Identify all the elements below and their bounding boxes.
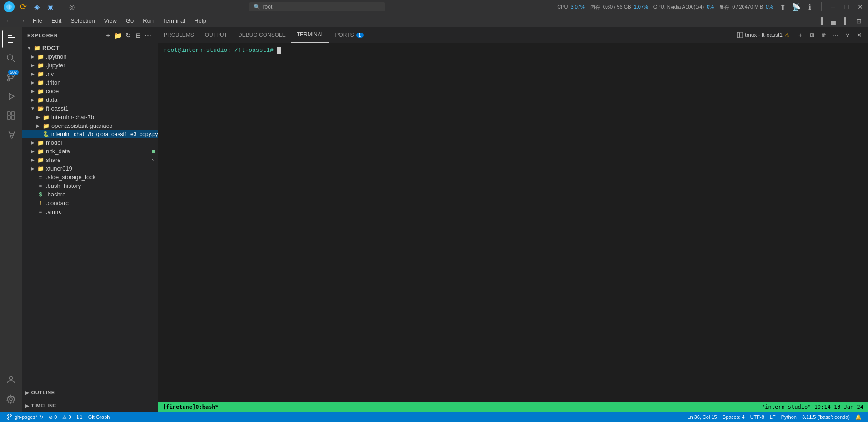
menu-edit[interactable]: Edit	[48, 16, 65, 25]
tmux-left: [finetune]0:bash*	[158, 402, 223, 412]
status-ln-col[interactable]: Ln 36, Col 15	[684, 414, 719, 420]
triton-label: .triton	[46, 79, 158, 86]
activity-settings[interactable]	[2, 390, 20, 408]
svg-rect-16	[11, 116, 15, 119]
status-warnings[interactable]: ⚠ 0	[60, 412, 74, 422]
app-icon-1: i	[4, 1, 15, 12]
status-version[interactable]: 3.11.5 ('base': conda)	[799, 414, 853, 420]
toggle-secondary-btn[interactable]: ▌	[841, 15, 852, 26]
app-icon-3: ◈	[32, 2, 42, 12]
search-icon: 🔍	[254, 4, 260, 10]
svg-rect-2	[8, 35, 12, 36]
activity-search[interactable]	[2, 49, 20, 67]
status-notification[interactable]: 🔔	[853, 414, 864, 420]
menu-run[interactable]: Run	[139, 16, 157, 25]
upload-btn[interactable]: ⬆	[778, 3, 787, 11]
tree-data[interactable]: ▶ 📁 data	[22, 95, 158, 104]
status-spaces[interactable]: Spaces: 4	[720, 414, 748, 420]
tree-internlm-chat-7b[interactable]: ▶ 📁 internlm-chat-7b	[22, 113, 158, 121]
nav-forward[interactable]: →	[16, 15, 27, 26]
maximize-btn[interactable]: □	[843, 3, 851, 11]
nav-back[interactable]: ←	[4, 15, 15, 26]
status-errors[interactable]: ⊗ 0	[46, 412, 60, 422]
status-git-graph[interactable]: Git Graph	[85, 412, 113, 422]
nltk-icon: 📁	[36, 148, 45, 155]
tree-share[interactable]: ▶ 📁 share ›	[22, 156, 158, 164]
remote-btn[interactable]: 📡	[792, 3, 800, 11]
collapse-terminal-btn[interactable]: ∨	[843, 30, 853, 40]
tree-triton[interactable]: ▶ 📁 .triton	[22, 78, 158, 87]
activity-test[interactable]	[2, 126, 20, 144]
info-btn[interactable]: ℹ	[806, 3, 814, 11]
delete-terminal-btn[interactable]: 🗑	[819, 30, 829, 40]
tree-vimrc[interactable]: = .vimrc	[22, 207, 158, 216]
tab-debug-console[interactable]: DEBUG CONSOLE	[233, 27, 291, 43]
split-terminal-btn[interactable]: ⊞	[807, 30, 817, 40]
tree-code[interactable]: ▶ 📁 code	[22, 87, 158, 95]
tree-condarc[interactable]: ! .condarc	[22, 199, 158, 207]
menu-view[interactable]: View	[100, 16, 120, 25]
close-btn-title[interactable]: ✕	[856, 3, 864, 11]
vimrc-icon: =	[36, 209, 45, 215]
collapse-all-btn[interactable]: ⊟	[134, 31, 143, 40]
activity-extensions[interactable]	[2, 106, 20, 125]
timeline-header[interactable]: ▶ TIMELINE	[22, 401, 158, 410]
tab-ports[interactable]: PORTS 1	[329, 27, 369, 43]
svg-rect-14	[11, 112, 15, 115]
menu-go[interactable]: Go	[122, 16, 137, 25]
more-actions-btn[interactable]: ···	[144, 31, 153, 40]
tab-terminal[interactable]: TERMINAL	[291, 27, 330, 43]
customize-layout-btn[interactable]: ⊟	[853, 15, 864, 26]
tree-nltk-data[interactable]: ▶ 📁 nltk_data	[22, 147, 158, 156]
tree-nv[interactable]: ▶ 📁 .nv	[22, 70, 158, 78]
title-search[interactable]: 🔍 root	[249, 2, 385, 11]
tab-output[interactable]: OUTPUT	[200, 27, 233, 43]
tree-bashrc[interactable]: $ .bashrc	[22, 190, 158, 199]
tab-problems[interactable]: PROBLEMS	[158, 27, 200, 43]
new-file-btn[interactable]: +	[104, 31, 113, 40]
activity-account[interactable]	[2, 370, 20, 388]
menu-file[interactable]: File	[29, 16, 46, 25]
refresh-btn[interactable]: ↻	[124, 31, 133, 40]
menu-selection[interactable]: Selection	[67, 16, 98, 25]
status-language[interactable]: Python	[778, 414, 799, 420]
add-terminal-btn[interactable]: +	[795, 30, 805, 40]
terminal-body[interactable]: root@intern-studio:~/ft-oasst1#	[158, 43, 868, 402]
svg-rect-5	[8, 42, 13, 43]
outline-header[interactable]: ▶ OUTLINE	[22, 388, 158, 397]
tree-ft-oasst1[interactable]: ▼ 📂 ft-oasst1	[22, 104, 158, 113]
tree-python-file[interactable]: 🐍 internlm_chat_7b_qlora_oasst1_e3_copy.…	[22, 130, 158, 138]
root-label: ROOT	[42, 45, 158, 51]
tree-openassistant[interactable]: ▶ 📁 openassistant-guanaco	[22, 121, 158, 130]
more-terminal-btn[interactable]: ···	[831, 30, 841, 40]
status-info[interactable]: ℹ 1	[74, 412, 85, 422]
toggle-panel-btn[interactable]: ▄	[828, 15, 839, 26]
tree-xtuner019[interactable]: ▶ 📁 xtuner019	[22, 164, 158, 173]
jupyter-label: .jupyter	[46, 62, 158, 69]
activity-explorer[interactable]	[2, 30, 20, 48]
toggle-sidebar-btn[interactable]: ▐	[815, 15, 826, 26]
activity-debug[interactable]	[2, 87, 20, 106]
status-encoding[interactable]: UTF-8	[748, 414, 767, 420]
internlm-chat-icon: 📁	[42, 114, 50, 121]
tab-debug-label: DEBUG CONSOLE	[238, 32, 286, 38]
tree-model[interactable]: ▶ 📁 model	[22, 138, 158, 147]
minimize-btn[interactable]: ─	[829, 3, 837, 11]
activity-source-control[interactable]: 502	[2, 68, 20, 86]
menu-help[interactable]: Help	[190, 16, 210, 25]
tree-aide-lock[interactable]: = .aide_storage_lock	[22, 173, 158, 181]
tree-ipython[interactable]: ▶ 📁 .ipython	[22, 52, 158, 61]
tree-jupyter[interactable]: ▶ 📁 .jupyter	[22, 61, 158, 70]
new-folder-btn[interactable]: 📁	[114, 31, 123, 40]
tree-bash-history[interactable]: = .bash_history	[22, 181, 158, 190]
data-icon: 📁	[36, 97, 45, 103]
share-icon: 📁	[36, 157, 45, 163]
status-branch[interactable]: gh-pages* ↻	[4, 412, 46, 422]
tree-root[interactable]: ▼ 📁 ROOT	[22, 44, 158, 52]
close-terminal-btn[interactable]: ✕	[854, 30, 864, 40]
triton-arrow: ▶	[29, 80, 36, 85]
aide-lock-label: .aide_storage_lock	[46, 174, 158, 181]
status-eol[interactable]: LF	[767, 414, 778, 420]
menu-terminal[interactable]: Terminal	[159, 16, 189, 25]
encoding-label: UTF-8	[750, 414, 764, 420]
